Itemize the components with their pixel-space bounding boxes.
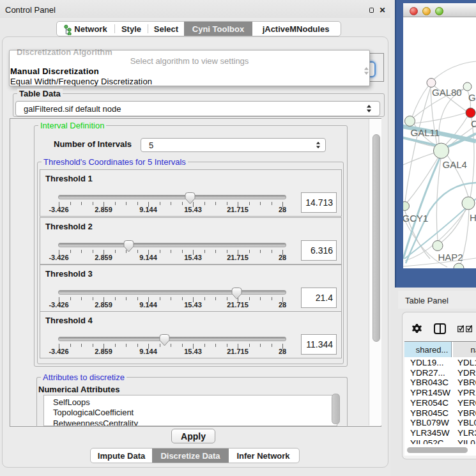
- svg-text:HAP2: HAP2: [438, 252, 463, 263]
- svg-text:GAL11: GAL11: [411, 127, 440, 138]
- svg-text:H: H: [470, 212, 476, 223]
- svg-text:G.: G.: [468, 92, 476, 103]
- svg-text:GAL4: GAL4: [443, 159, 467, 170]
- svg-text:C: C: [471, 118, 476, 129]
- svg-text:GCY1: GCY1: [403, 213, 428, 224]
- svg-text:GAL80: GAL80: [432, 87, 462, 98]
